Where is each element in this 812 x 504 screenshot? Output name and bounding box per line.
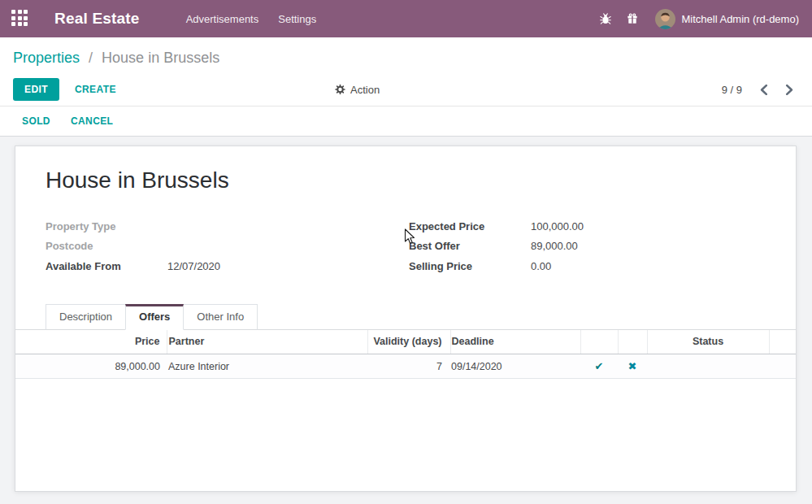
create-button[interactable]: CREATE (75, 84, 116, 95)
pager-next-button[interactable] (785, 84, 794, 95)
field-label: Best Offer (409, 240, 531, 252)
offer-validity[interactable]: 7 (367, 354, 450, 379)
field-column-right: Expected Price 100,000.00 Best Offer 89,… (409, 216, 779, 276)
user-avatar[interactable] (655, 9, 675, 29)
column-header-refuse (618, 330, 647, 354)
tab-offers[interactable]: Offers (125, 304, 184, 330)
accept-offer-check-icon[interactable]: ✔ (595, 360, 604, 372)
notebook-tabs: Description Offers Other Info (15, 304, 796, 330)
app-name[interactable]: Real Estate (54, 10, 140, 28)
gear-icon (335, 85, 345, 95)
pager-previous-button[interactable] (759, 84, 768, 95)
offer-partner[interactable]: Azure Interior (167, 354, 367, 379)
action-menu-button[interactable]: Action (335, 84, 380, 96)
apps-grid-icon[interactable] (11, 10, 29, 28)
sold-button[interactable]: SOLD (22, 115, 50, 127)
offer-status (647, 354, 769, 379)
user-menu[interactable]: Mitchell Admin (rd-demo) (682, 13, 800, 25)
action-menu-label: Action (350, 84, 380, 96)
offer-deadline[interactable]: 09/14/2020 (450, 354, 580, 379)
top-navbar: Real Estate Advertisements Settings (0, 0, 812, 37)
field-selling-price: Selling Price 0.00 (409, 256, 779, 276)
offer-filler-cell (769, 354, 796, 379)
field-value: 89,000.00 (531, 240, 578, 252)
app-window: Real Estate Advertisements Settings (0, 0, 812, 504)
statusbar: SOLD CANCEL (0, 106, 812, 137)
debug-bug-icon[interactable] (600, 13, 611, 24)
offers-table: Price Partner Validity (days) Deadline S… (15, 330, 796, 380)
breadcrumb: Properties / House in Brussels (13, 48, 799, 68)
menu-settings[interactable]: Settings (278, 13, 316, 25)
edit-button[interactable]: EDIT (13, 78, 59, 101)
field-expected-price: Expected Price 100,000.00 (409, 216, 779, 237)
tab-description[interactable]: Description (46, 304, 126, 330)
field-label: Available From (46, 260, 167, 272)
control-panel: Properties / House in Brussels EDIT CREA… (0, 37, 812, 106)
tab-other-info[interactable]: Other Info (183, 304, 258, 330)
control-panel-buttons: EDIT CREATE Action 9 / 9 (13, 73, 799, 106)
form-view-background: House in Brussels Property Type Postcode… (0, 137, 812, 504)
gift-icon[interactable] (627, 13, 638, 24)
record-title: House in Brussels (46, 167, 796, 193)
breadcrumb-current: House in Brussels (102, 50, 219, 66)
field-label: Expected Price (409, 220, 531, 232)
field-value: 12/07/2020 (167, 260, 220, 272)
column-header-deadline[interactable]: Deadline (450, 330, 580, 354)
field-available-from: Available From 12/07/2020 (46, 256, 409, 276)
form-sheet: House in Brussels Property Type Postcode… (15, 146, 797, 492)
field-best-offer: Best Offer 89,000.00 (409, 237, 779, 257)
offers-table-header: Price Partner Validity (days) Deadline S… (15, 330, 796, 354)
field-label: Selling Price (409, 260, 531, 272)
field-column-left: Property Type Postcode Available From 12… (46, 216, 409, 276)
menu-advertisements[interactable]: Advertisements (186, 13, 259, 25)
column-header-filler (769, 330, 796, 354)
navbar-right: Mitchell Admin (rd-demo) (600, 9, 800, 29)
field-label: Postcode (46, 240, 167, 252)
column-header-accept (580, 330, 618, 354)
breadcrumb-properties-link[interactable]: Properties (13, 50, 80, 66)
pager: 9 / 9 (722, 84, 794, 96)
refuse-offer-times-icon[interactable]: ✖ (628, 360, 637, 372)
field-value: 100,000.00 (531, 220, 584, 232)
column-header-status[interactable]: Status (647, 330, 769, 354)
field-postcode: Postcode (46, 237, 409, 257)
pager-value: 9 / 9 (722, 84, 742, 96)
offer-price[interactable]: 89,000.00 (15, 354, 167, 379)
main-menu: Advertisements Settings (186, 13, 317, 25)
column-header-validity[interactable]: Validity (days) (367, 330, 450, 354)
offer-row[interactable]: 89,000.00 Azure Interior 7 09/14/2020 ✔ … (15, 354, 796, 379)
field-label: Property Type (46, 220, 167, 232)
field-grid: Property Type Postcode Available From 12… (15, 216, 796, 276)
cancel-button[interactable]: CANCEL (71, 115, 113, 127)
field-value: 0.00 (531, 260, 551, 272)
column-header-partner[interactable]: Partner (167, 330, 367, 354)
field-property-type: Property Type (46, 216, 409, 237)
breadcrumb-separator: / (89, 50, 93, 66)
column-header-price[interactable]: Price (15, 330, 167, 354)
